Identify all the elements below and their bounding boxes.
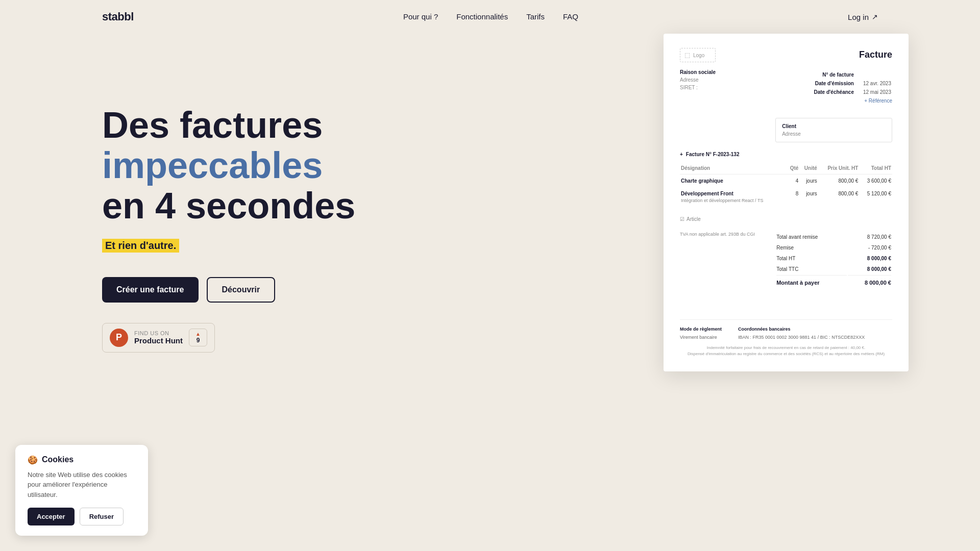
col-total: Total HT [859,162,892,174]
hero-content: Des factures impeccables en 4 secondes E… [102,64,459,353]
invoice-preview: ⬚ Logo Raison sociale Adresse SIRET : Fa… [664,34,909,371]
invoice-company: Raison sociale Adresse SIRET : [680,68,716,91]
cookie-buttons: Accepter Refuser [28,508,136,525]
hero-subtitle: Et rien d'autre. [102,239,179,253]
login-link[interactable]: Log in ↗ [848,13,878,21]
invoice-logo-placeholder: ⬚ Logo [680,48,716,62]
cookie-banner: 🍪 Cookies Notre site Web utilise des coo… [15,445,148,536]
invoice-table: Désignation Qté Unité Prix Unit. HT Tota… [680,162,892,207]
invoice-ref-row: + Référence [813,97,892,105]
total-row: Total avant remise 8 720,00 € [776,232,891,242]
nav-link-pourqui[interactable]: Pour qui ? [403,12,438,21]
totals-section: TVA non applicable art. 293B du CGI Tota… [680,231,892,289]
nav-links: Pour qui ? Fonctionnalités Tarifs FAQ [403,12,578,21]
invoice-footer: Mode de règlement Virement bancaire Coor… [680,319,892,357]
invoice-title-block: Facture N° de facture Date d'émission 12… [813,48,892,110]
cookie-emoji-icon: 🍪 [28,455,38,465]
invoice-meta-table: N° de facture Date d'émission 12 avr. 20… [813,70,892,97]
invoice-legal: Indemnité forfaitaire pour frais de reco… [680,345,892,357]
product-hunt-votes: ▲ 9 [189,329,207,346]
total-row: Total HT 8 000,00 € [776,254,891,263]
product-hunt-text: FIND US ON Product Hunt [134,330,183,345]
tva-note: TVA non applicable art. 293B du CGI [680,231,755,244]
col-qty: Qté [786,162,799,174]
discover-button[interactable]: Découvrir [207,277,276,303]
invoice-section-header: + Facture N° F-2023-132 [680,151,892,158]
image-icon: ⬚ [684,51,690,60]
cookie-title: 🍪 Cookies [28,455,136,465]
product-hunt-logo: P [110,329,128,347]
hero-buttons: Créer une facture Découvrir [102,277,459,303]
navbar: stabbl Pour qui ? Fonctionnalités Tarifs… [0,0,980,34]
invoice-totals: Total avant remise 8 720,00 € Remise - 7… [775,231,892,289]
table-row: Charte graphique 4 jours 800,00 € 3 600,… [680,174,892,188]
total-row: Total TTC 8 000,00 € [776,264,891,274]
col-designation: Désignation [680,162,786,174]
refuse-cookies-button[interactable]: Refuser [80,508,124,525]
invoice-client-box: Client Adresse [775,118,892,142]
nav-link-fonctionnalites[interactable]: Fonctionnalités [456,12,508,21]
total-row: Remise - 720,00 € [776,243,891,253]
invoice-header: ⬚ Logo Raison sociale Adresse SIRET : Fa… [680,48,892,110]
plus-icon: + [680,151,683,158]
bank-details: Coordonnées bancaires IBAN : FR35 0001 0… [738,326,865,341]
montant-row: Montant à payer 8 000,00 € [776,275,891,288]
external-link-icon: ↗ [872,13,878,21]
cookie-text: Notre site Web utilise des cookies pour … [28,470,136,500]
create-invoice-button[interactable]: Créer une facture [102,277,199,303]
accept-cookies-button[interactable]: Accepter [28,508,75,525]
totals-table: Total avant remise 8 720,00 € Remise - 7… [775,231,892,289]
nav-link-tarifs[interactable]: Tarifs [526,12,545,21]
invoice-card: ⬚ Logo Raison sociale Adresse SIRET : Fa… [664,34,909,371]
add-article-row: ☑ Article [680,215,892,223]
nav-link-faq[interactable]: FAQ [563,12,578,21]
upvote-arrow-icon: ▲ [195,331,201,337]
hero-title: Des factures impeccables en 4 secondes [102,105,459,227]
col-unit: Unité [799,162,818,174]
brand-logo: stabbl [102,10,134,23]
invoice-footer-row: Mode de règlement Virement bancaire Coor… [680,326,892,341]
checkbox-icon: ☑ [680,215,684,223]
product-hunt-badge[interactable]: P FIND US ON Product Hunt ▲ 9 [102,323,215,353]
hero-section: Des factures impeccables en 4 secondes E… [0,34,980,353]
col-price: Prix Unit. HT [818,162,860,174]
table-row: Développement Front Intégration et dével… [680,187,892,207]
payment-mode: Mode de règlement Virement bancaire [680,326,722,341]
